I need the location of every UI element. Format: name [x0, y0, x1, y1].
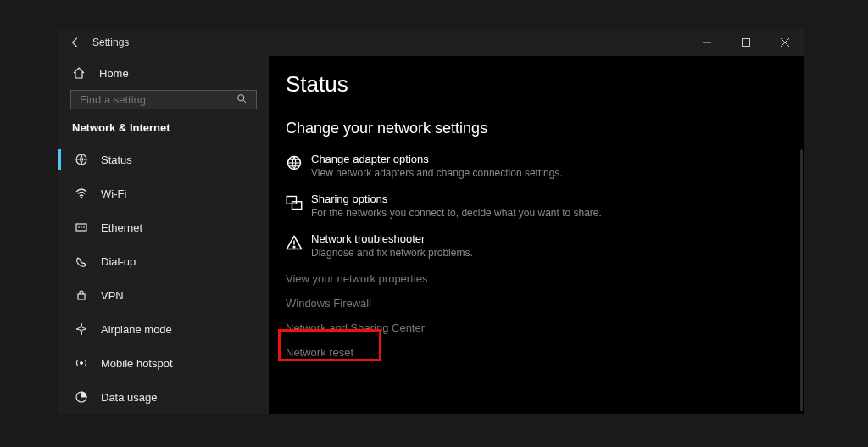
- link-view-properties[interactable]: View your network properties: [286, 272, 804, 285]
- link-windows-firewall[interactable]: Windows Firewall: [286, 297, 804, 310]
- minimize-button[interactable]: [687, 29, 726, 56]
- option-change-adapter[interactable]: Change adapter options View network adap…: [286, 153, 804, 193]
- globe-icon: [286, 153, 311, 179]
- close-button[interactable]: [765, 29, 804, 56]
- datausage-icon: [72, 390, 91, 404]
- window-title: Settings: [92, 36, 129, 48]
- titlebar: Settings: [58, 29, 804, 56]
- back-button[interactable]: [58, 36, 92, 48]
- search-icon: [236, 93, 248, 107]
- sidebar-item-vpn[interactable]: VPN: [58, 278, 269, 312]
- airplane-icon: [72, 322, 91, 336]
- link-network-reset[interactable]: Network reset: [286, 346, 804, 359]
- option-sharing[interactable]: Sharing options For the networks you con…: [286, 193, 804, 232]
- window-body: Home Network & Internet Status: [58, 56, 804, 414]
- sidebar-home[interactable]: Home: [58, 61, 269, 85]
- main-content: Status Change your network settings Chan…: [269, 56, 804, 414]
- svg-point-13: [81, 362, 83, 365]
- option-desc: View network adapters and change connect…: [311, 167, 563, 179]
- option-desc: For the networks you connect to, decide …: [311, 207, 602, 219]
- sidebar-item-label: Data usage: [101, 391, 158, 404]
- section-heading: Change your network settings: [286, 120, 804, 137]
- dialup-icon: [72, 254, 91, 268]
- sidebar-item-data-usage[interactable]: Data usage: [58, 380, 269, 414]
- sidebar-item-mobile-hotspot[interactable]: Mobile hotspot: [58, 346, 269, 380]
- sidebar-item-label: Airplane mode: [101, 323, 172, 336]
- option-title: Network troubleshooter: [311, 232, 473, 245]
- svg-rect-12: [78, 294, 85, 299]
- svg-rect-1: [743, 39, 750, 47]
- link-network-sharing[interactable]: Network and Sharing Center: [286, 321, 804, 334]
- sidebar-category: Network & Internet: [58, 118, 269, 142]
- sidebar-item-dialup[interactable]: Dial-up: [58, 244, 269, 278]
- sidebar-item-status[interactable]: Status: [58, 142, 269, 176]
- sidebar-item-label: Wi-Fi: [101, 187, 126, 200]
- search-box[interactable]: [70, 90, 257, 109]
- status-icon: [72, 153, 91, 166]
- sidebar: Home Network & Internet Status: [58, 56, 269, 414]
- sidebar-item-label: Dial-up: [101, 255, 136, 268]
- svg-point-7: [81, 197, 82, 198]
- hotspot-icon: [72, 356, 91, 370]
- option-title: Change adapter options: [311, 153, 563, 165]
- home-icon: [72, 66, 91, 80]
- option-title: Sharing options: [311, 193, 602, 205]
- scrollbar[interactable]: [800, 149, 803, 411]
- sidebar-item-label: VPN: [101, 289, 124, 302]
- sidebar-item-label: Status: [101, 154, 132, 166]
- svg-point-19: [293, 246, 295, 248]
- svg-point-4: [238, 94, 244, 100]
- search-input[interactable]: [80, 93, 236, 106]
- svg-line-5: [243, 100, 246, 103]
- vpn-icon: [72, 288, 91, 302]
- ethernet-icon: [72, 221, 91, 234]
- settings-window: Settings Home Networ: [58, 29, 804, 414]
- sidebar-nav: Status Wi-Fi Ethernet: [58, 142, 269, 414]
- warning-icon: [286, 232, 311, 259]
- option-troubleshooter[interactable]: Network troubleshooter Diagnose and fix …: [286, 232, 804, 272]
- sharing-icon: [286, 193, 311, 219]
- sidebar-item-label: Mobile hotspot: [101, 357, 173, 370]
- page-title: Status: [286, 71, 804, 98]
- maximize-button[interactable]: [726, 29, 765, 56]
- sidebar-item-wifi[interactable]: Wi-Fi: [58, 176, 269, 210]
- sidebar-home-label: Home: [99, 67, 129, 80]
- sidebar-item-label: Ethernet: [101, 221, 142, 234]
- wifi-icon: [72, 187, 91, 200]
- option-desc: Diagnose and fix network problems.: [311, 247, 473, 259]
- sidebar-item-ethernet[interactable]: Ethernet: [58, 210, 269, 244]
- sidebar-item-airplane-mode[interactable]: Airplane mode: [58, 312, 269, 346]
